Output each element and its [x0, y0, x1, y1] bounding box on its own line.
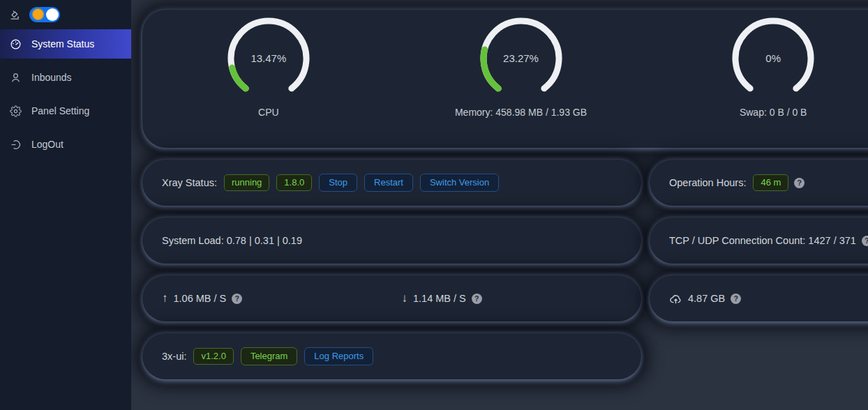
- swap-gauge-value: 0%: [765, 52, 781, 64]
- app-version-card: 3x-ui: v1.2.0 Telegram Log Reports: [142, 333, 641, 379]
- dashboard-icon: [10, 38, 22, 50]
- telegram-button[interactable]: Telegram: [241, 347, 297, 365]
- system-load-card: System Load: 0.78 | 0.31 | 0.19: [142, 218, 641, 264]
- dark-mode-toggle[interactable]: [29, 7, 60, 22]
- arrow-up-icon: ↑: [162, 291, 168, 305]
- operation-hours-badge: 46 m: [753, 174, 788, 191]
- stop-button[interactable]: Stop: [319, 174, 357, 192]
- sidebar-item-inbounds[interactable]: Inbounds: [0, 63, 131, 92]
- xray-status-badge: running: [224, 174, 269, 191]
- sidebar-item-logout[interactable]: LogOut: [0, 130, 131, 159]
- xray-status-label: Xray Status:: [162, 177, 217, 188]
- log-reports-button[interactable]: Log Reports: [304, 347, 373, 365]
- help-icon[interactable]: ?: [232, 294, 242, 304]
- help-icon[interactable]: ?: [731, 294, 741, 304]
- connection-count-text: TCP / UDP Connection Count: 1427 / 371: [669, 235, 856, 246]
- memory-gauge-value: 23.27%: [503, 52, 539, 64]
- app-version-badge: v1.2.0: [193, 348, 233, 365]
- help-icon[interactable]: ?: [794, 178, 805, 188]
- upload-speed: ↑ 1.06 MB / S ?: [162, 291, 402, 305]
- operation-hours-card: Operation Hours: 46 m ?: [650, 160, 868, 206]
- memory-gauge: 23.27% Memory: 458.98 MB / 1.93 GB: [395, 17, 648, 118]
- theme-color-icon: [9, 9, 20, 20]
- swap-gauge-caption: Swap: 0 B / 0 B: [740, 107, 807, 118]
- sidebar: System Status Inbounds P: [0, 0, 131, 410]
- xray-status-card: Xray Status: running 1.8.0 Stop Restart …: [142, 160, 641, 206]
- gear-icon: [10, 105, 22, 117]
- sidebar-item-label: Inbounds: [31, 72, 72, 83]
- network-speed-card: ↑ 1.06 MB / S ? ↓ 1.14 MB / S ?: [142, 275, 641, 321]
- download-speed-text: 1.14 MB / S: [413, 293, 466, 304]
- connection-count-card: TCP / UDP Connection Count: 1427 / 371 ?: [650, 218, 868, 264]
- memory-gauge-caption: Memory: 458.98 MB / 1.93 GB: [455, 107, 587, 118]
- total-traffic-text: 4.87 GB: [688, 293, 725, 304]
- sidebar-item-system-status[interactable]: System Status: [0, 29, 131, 59]
- total-traffic-card: 4.87 GB ?: [650, 275, 868, 321]
- sidebar-menu: System Status Inbounds P: [0, 29, 131, 159]
- app-window: System Status Inbounds P: [0, 0, 868, 410]
- sun-icon: [33, 9, 43, 20]
- cpu-gauge: 13.47% CPU: [142, 17, 395, 118]
- sidebar-item-label: Panel Setting: [31, 105, 89, 116]
- upload-speed-text: 1.06 MB / S: [174, 293, 227, 304]
- system-load-text: System Load: 0.78 | 0.31 | 0.19: [162, 235, 302, 246]
- logout-icon: [10, 139, 22, 151]
- swap-gauge: 0% Swap: 0 B / 0 B: [647, 17, 868, 118]
- toggle-knob: [46, 8, 59, 21]
- help-icon[interactable]: ?: [862, 236, 868, 246]
- sidebar-theme-row: [0, 0, 131, 28]
- help-icon[interactable]: ?: [472, 294, 482, 304]
- sidebar-item-label: System Status: [31, 38, 94, 50]
- app-label: 3x-ui:: [162, 351, 186, 362]
- arrow-down-icon: ↓: [402, 291, 408, 305]
- main-content: 13.47% CPU 23.27% Memory: 458.98 MB /: [131, 0, 868, 379]
- sidebar-item-panel-setting[interactable]: Panel Setting: [0, 96, 131, 126]
- cpu-gauge-caption: CPU: [258, 107, 279, 118]
- download-speed: ↓ 1.14 MB / S ?: [402, 291, 642, 305]
- cloud-upload-icon: [669, 292, 682, 305]
- operation-hours-label: Operation Hours:: [669, 177, 746, 188]
- restart-button[interactable]: Restart: [364, 174, 413, 192]
- resource-gauges-card: 13.47% CPU 23.27% Memory: 458.98 MB /: [142, 10, 868, 148]
- xray-version-badge: 1.8.0: [276, 174, 312, 191]
- cpu-gauge-value: 13.47%: [250, 52, 286, 64]
- user-icon: [10, 72, 22, 84]
- switch-version-button[interactable]: Switch Version: [420, 174, 499, 192]
- sidebar-item-label: LogOut: [31, 139, 63, 150]
